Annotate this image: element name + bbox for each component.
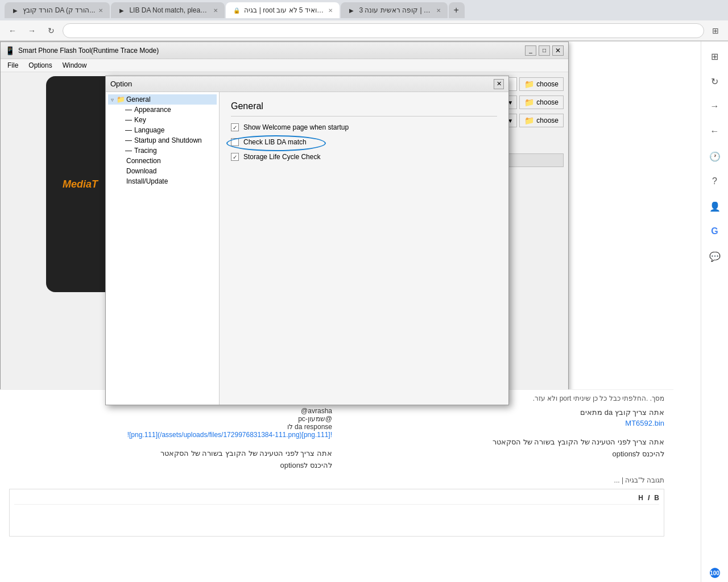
menu-window[interactable]: Window <box>58 60 92 70</box>
sidebar-extensions-icon[interactable]: ⊞ <box>705 46 725 66</box>
sidebar-history-icon[interactable]: 🕐 <box>705 146 725 167</box>
browser-chrome: ▶ הורד קובץ DA (הורד ק... ✕ ▶ LIB DA Not… <box>0 0 728 41</box>
col-left-image-link[interactable]: ![png.111](assets/uploads/files/17299768… <box>9 431 332 439</box>
sidebar-chat-icon[interactable]: 💬 <box>705 246 725 267</box>
forward-nav-button[interactable]: → <box>24 23 40 39</box>
tree-label-general: General <box>126 95 151 103</box>
folder-icon-1: 📁 <box>524 80 534 89</box>
minimize-button[interactable]: _ <box>525 45 536 56</box>
sidebar-account-icon[interactable]: 👤 <box>705 196 725 217</box>
menu-file[interactable]: File <box>3 60 23 70</box>
tree-item-general[interactable]: ▿ 📁 General <box>108 94 217 105</box>
tab3-close[interactable]: ✕ <box>328 7 333 14</box>
web-content-section: מסך. .החלפתי כבל כל כן שיניתי port ולא ע… <box>0 389 673 582</box>
extensions-nav-button[interactable]: ⊞ <box>708 23 723 39</box>
tree-icon-general: 📁 <box>116 95 125 103</box>
sidebar-google-icon[interactable]: G <box>705 221 725 242</box>
address-bar[interactable]: https://root.geya.co.il <box>63 23 704 38</box>
browser-content: 📱 Smart Phone Flash Tool(Runtime Trace M… <box>0 41 728 582</box>
choose-text-1: choose <box>536 80 559 88</box>
new-tab-button[interactable]: + <box>449 2 465 18</box>
tree-icon-key: — <box>124 116 133 124</box>
menu-options[interactable]: Options <box>24 60 56 70</box>
choose-button-3[interactable]: 📁 choose <box>519 114 564 127</box>
col-left-label-bottom: אתה צריך לפני הטעינה של הקובץ בשורה של ה… <box>9 448 332 460</box>
flash-tool-title-text: Smart Phone Flash Tool(Runtime Trace Mod… <box>18 47 159 55</box>
sidebar-forward-icon[interactable]: → <box>705 96 725 117</box>
comment-reply-area: B I H <box>9 489 664 537</box>
tree-item-startup[interactable]: — Startup and Shutdown <box>108 135 217 146</box>
tree-item-download[interactable]: Download <box>108 166 217 176</box>
tab4-favicon: ▶ <box>348 6 355 14</box>
comment-col-left: avrasha@ @שמעון-pc da response לו ![png.… <box>9 407 332 472</box>
italic-btn[interactable]: I <box>648 494 650 502</box>
tab3-favicon: 🔒 <box>233 6 241 14</box>
sidebar-refresh-icon[interactable]: ↻ <box>705 71 725 92</box>
tree-label-startup: Startup and Shutdown <box>134 136 202 144</box>
tab1-label: הורד קובץ DA (הורד ק... <box>23 6 95 14</box>
checkbox-check-lib-da[interactable] <box>231 138 239 146</box>
dialog-body: ▿ 📁 General — Appearance — Key <box>106 92 508 405</box>
content-panel: General Show Welcome page when startup C… <box>220 92 508 405</box>
notification-count: 100 <box>710 568 720 578</box>
tree-item-language[interactable]: — Language <box>108 125 217 135</box>
col-right-label-top: אתה צריך קובץ da מתאים <box>341 407 664 419</box>
flash-tool-icon: 📱 <box>5 46 15 55</box>
tree-label-tracing: Tracing <box>134 147 157 155</box>
comment-section: אתה צריך קובץ da מתאים MT6592.bin אתה צר… <box>9 407 664 472</box>
back-nav-button[interactable]: ← <box>5 23 20 39</box>
option-show-welcome: Show Welcome page when startup <box>231 123 497 131</box>
page-content: 📱 Smart Phone Flash Tool(Runtime Trace M… <box>0 41 701 582</box>
tree-label-connection: Connection <box>126 157 161 165</box>
tab-root-geya[interactable]: 🔒 בגיה | root לאנדרואיד 5 לא עוב... ✕ <box>226 2 340 18</box>
tab-lib-da[interactable]: ▶ LIB DA Not match, please re-se... ✕ <box>111 2 225 18</box>
tree-expand-general: ▿ <box>108 97 116 103</box>
checkbox-storage-life-cycle[interactable] <box>231 153 239 161</box>
checkbox-show-welcome[interactable] <box>231 123 239 131</box>
comment-col-right: אתה צריך קובץ da מתאים MT6592.bin אתה צר… <box>341 407 664 472</box>
tree-item-connection[interactable]: Connection <box>108 156 217 166</box>
label-check-lib-da: Check LIB DA match <box>243 138 307 146</box>
tree-item-appearance[interactable]: — Appearance <box>108 105 217 115</box>
tree-icon-startup: — <box>124 136 133 144</box>
reply-textarea[interactable] <box>14 507 659 530</box>
tree-panel: ▿ 📁 General — Appearance — Key <box>106 92 220 405</box>
sidebar-back-icon[interactable]: ← <box>705 121 725 142</box>
flash-tool-menubar: File Options Window <box>1 59 568 72</box>
tree-item-key[interactable]: — Key <box>108 115 217 125</box>
col-left-da: da response לו <box>9 423 332 431</box>
col-left-sub-label: להיכנס לoptions <box>9 460 332 472</box>
refresh-nav-button[interactable]: ↻ <box>43 23 59 39</box>
tab-horod-kotz[interactable]: ▶ הורד קובץ DA (הורד ק... ✕ <box>5 2 110 18</box>
col-left-pc: @שמעון-pc <box>9 415 332 423</box>
tree-icon-language: — <box>124 126 133 134</box>
tab4-close[interactable]: ✕ <box>436 7 441 14</box>
tree-item-tracing[interactable]: — Tracing <box>108 146 217 156</box>
reply-label: תגובה ל"בגיה | ... <box>9 476 664 484</box>
bold-btn[interactable]: B <box>654 494 659 502</box>
browser-toolbar: ← → ↻ https://root.geya.co.il ⊞ <box>0 20 728 41</box>
heading-btn[interactable]: H <box>638 494 643 502</box>
reply-toolbar: B I H <box>14 494 659 505</box>
choose-button-1[interactable]: 📁 opt1 choose <box>519 77 564 91</box>
flash-tool-title: 📱 Smart Phone Flash Tool(Runtime Trace M… <box>5 46 159 55</box>
tab2-close[interactable]: ✕ <box>213 7 218 14</box>
tab1-close[interactable]: ✕ <box>98 7 103 14</box>
tab-bakbuk[interactable]: ▶ בקבוק | קופה ראשית עונה 3 ✕ <box>341 2 448 18</box>
dialog-close-button[interactable]: ✕ <box>494 79 504 89</box>
folder-icon-3: 📁 <box>524 116 534 125</box>
label-storage-life-cycle: Storage Life Cycle Check <box>243 153 320 161</box>
sidebar-help-icon[interactable]: ? <box>705 171 725 192</box>
content-title: General <box>231 101 497 117</box>
right-sidebar: ⊞ ↻ → ← 🕐 ? 👤 G 💬 100 <box>701 41 728 582</box>
maximize-button[interactable]: □ <box>539 45 550 56</box>
tree-item-install-update[interactable]: Install/Update <box>108 176 217 186</box>
close-button[interactable]: ✕ <box>552 45 564 56</box>
dialog-titlebar: Option ✕ <box>106 76 508 92</box>
col-right-link[interactable]: MT6592.bin <box>625 419 664 427</box>
tab3-label: בגיה | root לאנדרואיד 5 לא עוב... <box>244 6 325 14</box>
tab2-favicon: ▶ <box>118 6 126 14</box>
tab4-label: בקבוק | קופה ראשית עונה 3 <box>359 6 433 14</box>
label-show-welcome: Show Welcome page when startup <box>243 123 349 131</box>
choose-button-2[interactable]: 📁 choose <box>519 95 564 109</box>
